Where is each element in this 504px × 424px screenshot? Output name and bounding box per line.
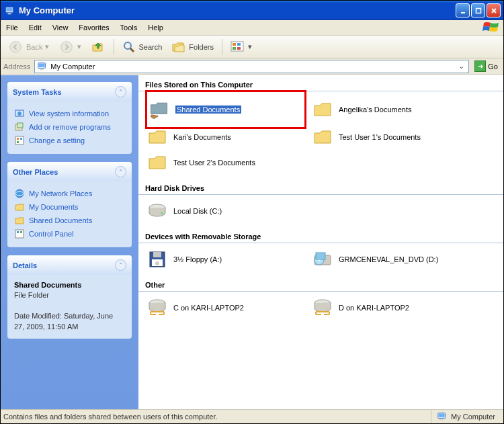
close-button[interactable] <box>487 3 501 17</box>
my-network-places[interactable]: My Network Places <box>14 187 125 200</box>
section-removable-grid: 3½ Floppy (A:) GRMCENEVAL_EN_DVD (D:) <box>138 243 503 275</box>
item-dvd-drive[interactable]: GRMCENEVAL_EN_DVD (D:) <box>312 249 466 270</box>
link-label: Add or remove programs <box>29 123 111 131</box>
window-title: My Computer <box>19 5 456 15</box>
search-icon <box>122 40 136 54</box>
svg-point-37 <box>155 261 159 265</box>
menu-edit[interactable]: Edit <box>24 21 47 34</box>
search-button[interactable]: Search <box>120 39 165 55</box>
folder-icon <box>14 215 25 226</box>
svg-rect-31 <box>20 231 22 233</box>
other-places-header[interactable]: Other Places ˆ <box>7 162 132 181</box>
views-button[interactable]: ▾ <box>228 40 255 54</box>
go-label: Go <box>488 62 498 71</box>
item-local-disk-c[interactable]: Local Disk (C:) <box>146 200 301 222</box>
address-field[interactable]: My Computer ⌄ <box>34 60 469 73</box>
maximize-button[interactable] <box>471 3 485 17</box>
hdd-icon <box>146 200 168 222</box>
view-system-information[interactable]: View system information <box>14 107 125 120</box>
details-panel: Details ˆ Shared Documents File Folder D… <box>7 255 132 339</box>
chevron-down-icon: ▾ <box>248 42 252 51</box>
section-files-title: Files Stored on This Computer <box>138 75 503 91</box>
item-test-user-1-documents[interactable]: Test User 1's Documents <box>312 126 466 148</box>
link-label: Control Panel <box>29 230 74 238</box>
item-shared-documents[interactable]: Shared Documents <box>145 90 306 129</box>
collapse-icon: ˆ <box>115 259 126 271</box>
menu-help[interactable]: Help <box>142 21 169 34</box>
svg-rect-14 <box>233 47 236 50</box>
my-computer-icon <box>37 61 48 72</box>
views-icon <box>230 41 245 53</box>
forward-button[interactable]: ▾ <box>56 38 84 56</box>
search-label: Search <box>138 43 162 51</box>
section-files-grid: Shared Documents Angelika's Documents Ka… <box>138 91 503 179</box>
item-c-on-kari-laptop2[interactable]: C on KARI-LAPTOP2 <box>146 297 301 319</box>
item-floppy-a[interactable]: 3½ Floppy (A:) <box>146 249 301 270</box>
content-area[interactable]: Files Stored on This Computer Shared Doc… <box>138 75 503 409</box>
system-tasks-title: System Tasks <box>13 88 62 96</box>
svg-rect-23 <box>15 136 24 144</box>
shared-documents-link[interactable]: Shared Documents <box>14 214 125 227</box>
folders-label: Folders <box>189 43 214 51</box>
address-label: Address <box>3 62 32 71</box>
network-icon <box>14 188 25 199</box>
my-computer-icon <box>437 411 448 422</box>
svg-point-20 <box>17 112 22 116</box>
back-button[interactable]: Back ▾ <box>5 38 52 56</box>
item-d-on-kari-laptop2[interactable]: D on KARI-LAPTOP2 <box>312 297 466 319</box>
folder-icon <box>14 202 25 212</box>
other-places-panel: Other Places ˆ My Network Places My Docu… <box>7 162 132 247</box>
control-panel-icon <box>14 228 25 239</box>
details-name: Shared Documents <box>14 281 81 289</box>
item-karis-documents[interactable]: Kari's Documents <box>146 126 301 148</box>
svg-rect-41 <box>316 253 325 259</box>
folders-button[interactable]: Folders <box>169 39 216 55</box>
svg-rect-18 <box>40 69 44 70</box>
status-location: My Computer <box>431 410 501 423</box>
minimize-button[interactable] <box>456 3 470 17</box>
settings-icon <box>14 135 25 146</box>
item-label: Test User 1's Documents <box>339 133 421 141</box>
svg-point-9 <box>124 42 131 49</box>
menu-view[interactable]: View <box>47 21 74 34</box>
menu-tools[interactable]: Tools <box>115 21 143 34</box>
other-places-title: Other Places <box>13 168 58 176</box>
programs-icon <box>14 122 25 132</box>
floppy-icon <box>146 249 168 270</box>
system-tasks-header[interactable]: System Tasks ˆ <box>7 82 132 101</box>
menu-file[interactable]: File <box>1 21 24 34</box>
item-angelikas-documents[interactable]: Angelika's Documents <box>312 97 466 122</box>
svg-rect-2 <box>7 13 11 14</box>
add-remove-programs[interactable]: Add or remove programs <box>14 120 125 134</box>
svg-point-8 <box>61 41 73 52</box>
my-documents[interactable]: My Documents <box>14 200 125 214</box>
item-test-user-2-documents[interactable]: Test User 2's Documents <box>146 152 301 173</box>
up-button[interactable] <box>88 38 108 56</box>
body: System Tasks ˆ View system information A… <box>1 75 503 409</box>
details-header[interactable]: Details ˆ <box>7 255 132 275</box>
folder-icon <box>312 126 333 148</box>
address-dropdown[interactable]: ⌄ <box>456 62 466 71</box>
svg-rect-26 <box>17 141 19 143</box>
link-label: Change a setting <box>29 136 85 144</box>
netdrive-icon <box>146 297 168 319</box>
svg-rect-1 <box>7 7 13 11</box>
folders-icon <box>171 40 186 54</box>
section-hdd-title: Hard Disk Drives <box>138 179 503 195</box>
control-panel[interactable]: Control Panel <box>14 227 125 241</box>
link-label: My Network Places <box>29 189 92 198</box>
menu-favorites[interactable]: Favorites <box>73 21 114 34</box>
details-title: Details <box>13 261 37 269</box>
change-setting[interactable]: Change a setting <box>14 134 125 147</box>
status-text: Contains files and folders shared betwee… <box>3 413 218 421</box>
item-label: Local Disk (C:) <box>173 207 222 215</box>
chevron-down-icon: ▾ <box>45 42 49 51</box>
collapse-icon: ˆ <box>115 86 126 97</box>
window-icon <box>4 5 16 17</box>
section-other-grid: C on KARI-LAPTOP2 D on KARI-LAPTOP2 <box>138 292 503 324</box>
go-button[interactable]: ➜ Go <box>472 59 501 73</box>
folder-up-icon <box>91 40 106 54</box>
section-removable-title: Devices with Removable Storage <box>138 227 503 243</box>
svg-point-7 <box>10 41 22 52</box>
item-label: C on KARI-LAPTOP2 <box>173 304 244 312</box>
